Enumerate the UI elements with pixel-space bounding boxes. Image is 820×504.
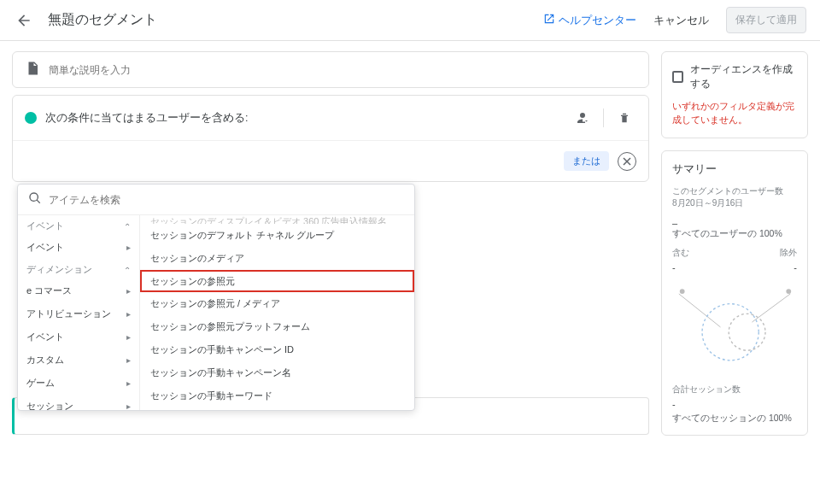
include-indicator-dot (25, 112, 37, 124)
svg-point-5 (729, 314, 765, 350)
svg-line-2 (752, 293, 790, 321)
sessions-percent-line: すべてのセッションの 100% (672, 413, 797, 425)
users-percent-line: すべてのユーザーの 100% (672, 228, 797, 240)
or-button[interactable]: または (564, 151, 609, 171)
picker-item[interactable]: セッションのディスプレイ＆ビデオ 360 広告申込情報名 (140, 215, 414, 224)
venn-diagram (672, 278, 797, 372)
category-item[interactable]: e コマース▸ (18, 279, 139, 302)
separator (603, 108, 604, 127)
picker-item[interactable]: セッションの手動クリエイティブ フォーマット (140, 407, 414, 410)
save-apply-button: 保存して適用 (726, 7, 806, 33)
include-condition-card: 次の条件に当てはまるユーザーを含める: または (12, 95, 649, 182)
svg-line-0 (679, 293, 721, 326)
create-audience-checkbox[interactable] (672, 71, 683, 83)
description-input[interactable] (49, 64, 636, 76)
picker-item[interactable]: セッションのデフォルト チャネル グループ (140, 224, 414, 247)
item-picker-popup: イベント⌃イベント▸ディメンション⌃e コマース▸アトリビューション▸イベント▸… (17, 184, 415, 411)
picker-item[interactable]: セッションの参照元 (140, 270, 414, 292)
category-list[interactable]: イベント⌃イベント▸ディメンション⌃e コマース▸アトリビューション▸イベント▸… (18, 215, 140, 410)
exclude-label: 除外 (780, 247, 797, 259)
scope-user-button[interactable] (571, 106, 594, 130)
external-link-icon (543, 13, 555, 27)
include-condition-title: 次の条件に当てはまるユーザーを含める: (45, 111, 571, 126)
category-item[interactable]: イベント▸ (18, 236, 139, 259)
help-center-label: ヘルプセンター (559, 13, 636, 28)
picker-item[interactable]: セッションの手動キャンペーン ID (140, 338, 414, 361)
item-search-input[interactable] (49, 194, 404, 206)
search-icon (28, 191, 42, 208)
include-label: 含む (672, 247, 689, 259)
category-item[interactable]: カスタム▸ (18, 349, 139, 372)
exclude-value: - (794, 262, 797, 273)
item-list[interactable]: セッションのディスプレイ＆ビデオ 360 広告申込情報名セッションのデフォルト … (140, 215, 414, 410)
category-item[interactable]: イベント▸ (18, 325, 139, 349)
include-value: - (672, 262, 676, 273)
clear-condition-button[interactable] (618, 152, 636, 171)
back-arrow-icon[interactable] (14, 10, 34, 31)
picker-item[interactable]: セッションのメディア (140, 247, 414, 270)
category-section-header[interactable]: ディメンション⌃ (18, 259, 139, 279)
delete-condition-button[interactable] (612, 106, 636, 130)
page-title: 無題のセグメント (48, 11, 543, 29)
filter-incomplete-warning: いずれかのフィルタ定義が完成していません。 (672, 100, 797, 127)
summary-subtitle: このセグメントのユーザー数 8月20日～9月16日 (672, 185, 797, 209)
description-card (12, 51, 649, 88)
category-item[interactable]: アトリビューション▸ (18, 302, 139, 325)
summary-title: サマリー (672, 161, 797, 177)
picker-item[interactable]: セッションの参照元 / メディア (140, 292, 414, 315)
picker-item[interactable]: セッションの手動キーワード (140, 384, 414, 407)
category-item[interactable]: セッション▸ (18, 395, 139, 410)
audience-card: オーディエンスを作成する いずれかのフィルタ定義が完成していません。 (661, 51, 808, 138)
create-audience-label: オーディエンスを作成する (690, 62, 797, 91)
category-section-header[interactable]: イベント⌃ (18, 215, 139, 236)
sessions-title: 合計セッション数 (672, 384, 797, 396)
svg-point-1 (680, 289, 685, 294)
picker-item[interactable]: セッションの参照元プラットフォーム (140, 315, 414, 338)
app-header: 無題のセグメント ヘルプセンター キャンセル 保存して適用 (0, 0, 820, 41)
user-count-value: – (672, 218, 797, 228)
help-center-link[interactable]: ヘルプセンター (543, 13, 636, 28)
svg-point-3 (786, 289, 791, 294)
picker-item[interactable]: セッションの手動キャンペーン名 (140, 361, 414, 384)
sessions-value: - (672, 399, 797, 409)
summary-card: サマリー このセグメントのユーザー数 8月20日～9月16日 – すべてのユーザ… (661, 150, 808, 436)
document-icon (25, 61, 40, 79)
svg-point-4 (702, 303, 758, 360)
category-item[interactable]: ゲーム▸ (18, 372, 139, 395)
cancel-button[interactable]: キャンセル (653, 13, 709, 28)
